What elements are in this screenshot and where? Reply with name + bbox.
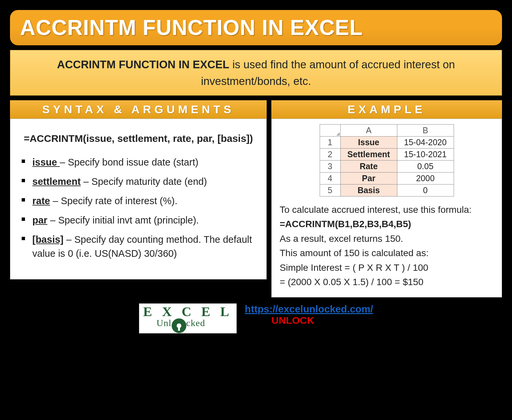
row-header: 1 (320, 137, 340, 149)
row-header: 3 (320, 161, 340, 173)
logo: E X C E L Unlcked (139, 303, 237, 333)
cell-value: 0.05 (397, 161, 454, 173)
table-row: 2 Settlement 15-10-2021 (320, 149, 454, 161)
table-row: 5 Basis 0 (320, 185, 454, 197)
table-corner (320, 125, 340, 137)
footer-link[interactable]: https://excelunlocked.com/ (245, 303, 373, 314)
footer-right: https://excelunlocked.com/ UNLOCK (245, 303, 373, 326)
cell-value: 2000 (397, 173, 454, 185)
table-row: 1 Issue 15-04-2020 (320, 137, 454, 149)
example-formula: =ACCRINTM(B1,B2,B3,B4,B5) (280, 217, 494, 231)
logo-text-top: E X C E L (143, 306, 233, 318)
example-text: To calculate accrued interest, use this … (280, 203, 494, 289)
list-item: issue – Specify bond issue date (start) (22, 155, 258, 169)
argument-list: issue – Specify bond issue date (start) … (18, 155, 258, 260)
page-title: ACCRINTM FUNCTION IN EXCEL (20, 15, 492, 40)
description-rest: is used find the amount of accrued inter… (201, 58, 455, 87)
excel-sample-table: A B 1 Issue 15-04-2020 2 Settlement 15-1… (320, 124, 454, 197)
list-item: settlement – Specify maturity date (end) (22, 175, 258, 189)
bullet-icon (22, 179, 25, 182)
col-header: A (340, 125, 397, 137)
col-header: B (397, 125, 454, 137)
syntax-header: SYNTAX & ARGUMENTS (10, 100, 267, 119)
cell-label: Basis (340, 185, 397, 197)
keyhole-icon (172, 318, 186, 333)
list-item: rate – Specify rate of interest (%). (22, 194, 258, 208)
cell-value: 15-10-2021 (397, 149, 454, 161)
example-line: = (2000 X 0.05 X 1.5) / 100 = $150 (280, 275, 494, 289)
page-title-bar: ACCRINTM FUNCTION IN EXCEL (10, 10, 502, 45)
cell-label: Rate (340, 161, 397, 173)
example-column: EXAMPLE A B 1 Issue 15-04-2020 2 Settlem… (271, 100, 502, 297)
row-header: 2 (320, 149, 340, 161)
bullet-icon (22, 217, 25, 221)
example-line: As a result, excel returns 150. (280, 231, 494, 246)
cell-label: Settlement (340, 149, 397, 161)
list-item: par – Specify initial invt amt (principl… (22, 213, 258, 227)
table-row: 4 Par 2000 (320, 173, 454, 185)
table-row: A B (320, 125, 454, 137)
row-header: 5 (320, 185, 340, 197)
example-header: EXAMPLE (271, 100, 502, 119)
example-line: To calculate accrued interest, use this … (280, 203, 494, 217)
footer-unlock: UNLOCK (271, 315, 314, 326)
syntax-formula: =ACCRINTM(issue, settlement, rate, par, … (18, 131, 258, 146)
cell-value: 15-04-2020 (397, 137, 454, 149)
example-line: Simple Interest = ( P X R X T ) / 100 (280, 260, 494, 275)
bullet-icon (22, 160, 25, 163)
example-line: This amount of 150 is calculated as: (280, 246, 494, 260)
columns: SYNTAX & ARGUMENTS =ACCRINTM(issue, sett… (10, 100, 502, 297)
description-bar: ACCRINTM FUNCTION IN EXCEL is used find … (10, 50, 502, 96)
footer: E X C E L Unlcked https://excelunlocked.… (10, 303, 502, 333)
example-body: A B 1 Issue 15-04-2020 2 Settlement 15-1… (271, 119, 502, 297)
row-header: 4 (320, 173, 340, 185)
cell-value: 0 (397, 185, 454, 197)
bullet-icon (22, 237, 25, 240)
cell-label: Par (340, 173, 397, 185)
list-item: [basis] – Specify day counting method. T… (22, 232, 258, 260)
cell-label: Issue (340, 137, 397, 149)
table-row: 3 Rate 0.05 (320, 161, 454, 173)
syntax-column: SYNTAX & ARGUMENTS =ACCRINTM(issue, sett… (10, 100, 267, 297)
syntax-body: =ACCRINTM(issue, settlement, rate, par, … (10, 119, 267, 279)
description-bold: ACCRINTM FUNCTION IN EXCEL (57, 58, 229, 71)
bullet-icon (22, 198, 25, 202)
